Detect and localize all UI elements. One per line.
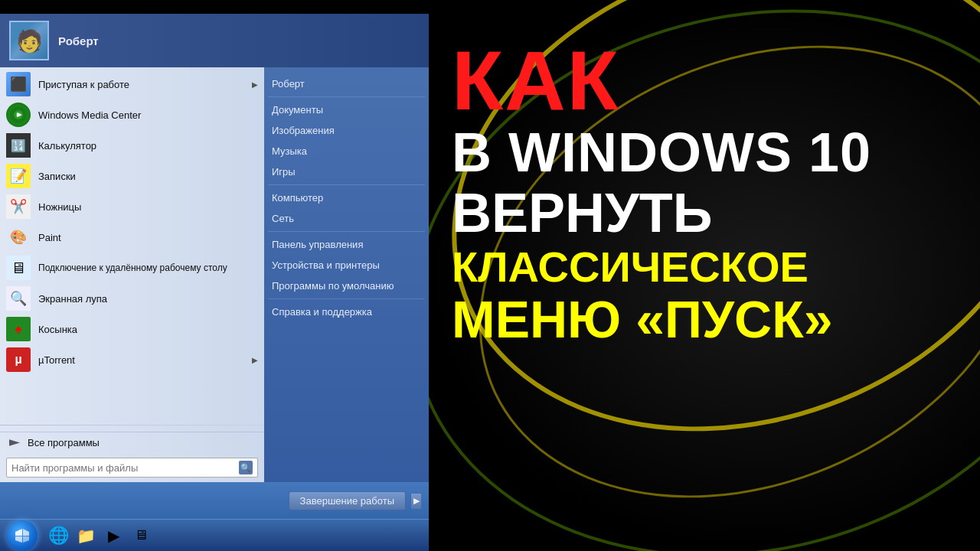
getstarted-icon: ⬛	[6, 72, 31, 96]
right-item-computer[interactable]: Компьютер	[264, 187, 429, 208]
calc-label: Калькулятор	[38, 140, 258, 152]
menu-item-solitaire[interactable]: ♠ Косынка	[0, 314, 264, 344]
taskbar-icons: 🌐 📁 ▶ 🖥	[46, 523, 153, 548]
right-item-documents[interactable]: Документы	[264, 99, 429, 120]
magnifier-label: Экранная лупа	[38, 293, 258, 305]
paint-label: Paint	[38, 232, 258, 243]
right-item-controlpanel[interactable]: Панель управления	[264, 234, 429, 255]
shutdown-button[interactable]: Завершение работы	[289, 491, 406, 510]
menu-bottom: Завершение работы ▶	[0, 482, 429, 519]
scissors-icon: ✂️	[6, 194, 31, 219]
taskbar: 🌐 📁 ▶ 🖥	[0, 519, 429, 551]
avatar: 🧑	[9, 21, 49, 60]
menu-item-utorrent[interactable]: µ µTorrent ▶	[0, 344, 264, 375]
right-sep-2	[268, 184, 425, 185]
right-item-network[interactable]: Сеть	[264, 208, 429, 229]
monitor-icon: 🖥	[134, 527, 148, 543]
text-kak: КАК	[452, 38, 965, 122]
taskbar-folder[interactable]: 📁	[74, 523, 98, 548]
user-name: Роберт	[58, 34, 99, 47]
taskbar-media[interactable]: ▶	[101, 523, 126, 548]
right-item-games[interactable]: Игры	[264, 161, 429, 182]
right-item-robert[interactable]: Роберт	[264, 73, 429, 94]
menu-item-scissors[interactable]: ✂️ Ножницы	[0, 191, 264, 222]
text-menu: МЕНЮ «ПУСК»	[452, 291, 965, 348]
ie-icon: 🌐	[48, 526, 69, 546]
all-programs-label: Все программы	[28, 437, 100, 448]
overlay-text: КАК В WINDOWS 10 ВЕРНУТЬ КЛАССИЧЕСКОЕ МЕ…	[452, 38, 965, 348]
media-icon: ▶	[108, 527, 119, 545]
menu-item-paint[interactable]: 🎨 Paint	[0, 222, 264, 253]
text-v-windows: В WINDOWS 10	[452, 122, 965, 183]
start-right-col: Роберт Документы Изображения Музыка Игры…	[264, 67, 429, 482]
right-panel: КАК В WINDOWS 10 ВЕРНУТЬ КЛАССИЧЕСКОЕ МЕ…	[429, 0, 980, 551]
getstarted-label: Приступая к работе	[38, 79, 252, 90]
all-programs-arrow-icon	[9, 438, 20, 448]
wmc-icon	[6, 103, 31, 127]
utorrent-arrow: ▶	[252, 356, 258, 364]
solitaire-label: Косынка	[38, 324, 258, 335]
all-programs[interactable]: Все программы	[0, 432, 264, 453]
utorrent-label: µTorrent	[38, 354, 252, 366]
start-left-col: ⬛ Приступая к работе ▶	[0, 67, 264, 482]
text-klassicheskoe: КЛАССИЧЕСКОЕ	[452, 243, 965, 291]
taskbar-ie[interactable]: 🌐	[46, 523, 70, 548]
wmc-label: Windows Media Center	[38, 109, 258, 121]
shutdown-label: Завершение работы	[300, 495, 394, 507]
search-input[interactable]	[11, 462, 239, 474]
start-button[interactable]	[3, 522, 41, 549]
rdp-label: Подключение к удалённому рабочему столу	[38, 262, 258, 273]
search-icon[interactable]: 🔍	[239, 461, 253, 474]
rdp-icon: 🖥	[6, 256, 31, 280]
menu-item-calc[interactable]: 🔢 Калькулятор	[0, 130, 264, 161]
taskbar-monitor[interactable]: 🖥	[129, 523, 153, 548]
search-bar[interactable]: 🔍	[6, 458, 258, 478]
text-vernut: ВЕРНУТЬ	[452, 183, 965, 243]
start-menu: 🧑 Роберт ⬛ Приступая к работе ▶	[0, 14, 429, 519]
separator-1	[0, 425, 264, 425]
right-sep-3	[268, 231, 425, 232]
menu-item-rdp[interactable]: 🖥 Подключение к удалённому рабочему стол…	[0, 253, 264, 283]
menu-columns: ⬛ Приступая к работе ▶	[0, 67, 429, 482]
calc-icon: 🔢	[6, 133, 31, 158]
right-item-music[interactable]: Музыка	[264, 141, 429, 161]
right-item-images[interactable]: Изображения	[264, 120, 429, 141]
paint-icon: 🎨	[6, 225, 31, 249]
right-sep-4	[268, 298, 425, 299]
menu-item-magnifier[interactable]: 🔍 Экранная лупа	[0, 283, 264, 314]
getstarted-arrow: ▶	[252, 80, 258, 89]
menu-item-wmc[interactable]: Windows Media Center	[0, 99, 264, 130]
right-item-help[interactable]: Справка и поддержка	[264, 302, 429, 322]
menu-item-getstarted[interactable]: ⬛ Приступая к работе ▶	[0, 69, 264, 99]
notes-icon: 📝	[6, 164, 31, 188]
right-item-devices[interactable]: Устройства и принтеры	[264, 255, 429, 276]
right-item-defaultprograms[interactable]: Программы по умолчанию	[264, 276, 429, 296]
shutdown-arrow-button[interactable]: ▶	[410, 494, 421, 509]
menu-header: 🧑 Роберт	[0, 14, 429, 67]
utorrent-icon: µ	[6, 347, 31, 372]
magnifier-icon: 🔍	[6, 286, 31, 311]
scissors-label: Ножницы	[38, 201, 258, 213]
solitaire-icon: ♠	[6, 317, 31, 341]
notes-label: Записки	[38, 171, 258, 182]
folder-icon: 📁	[77, 527, 96, 545]
right-sep-1	[268, 96, 425, 97]
menu-item-notes[interactable]: 📝 Записки	[0, 161, 264, 191]
start-orb[interactable]	[7, 520, 38, 551]
